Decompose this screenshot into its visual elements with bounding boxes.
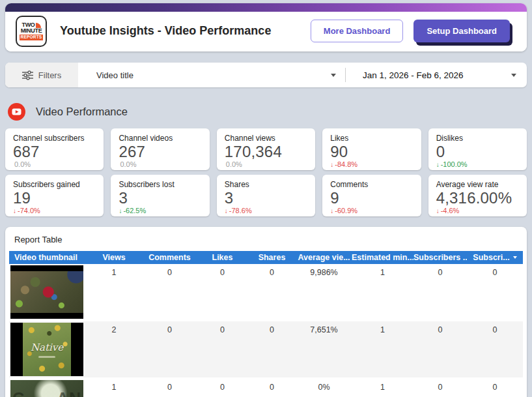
metric-delta: 0.0% <box>119 160 201 168</box>
metric-value: 687 <box>13 143 96 160</box>
metric-delta: ↓ -4.6% <box>436 207 519 214</box>
thumbnail-subtitle-line <box>38 356 55 358</box>
down-arrow-icon: ↓ <box>13 207 16 214</box>
video-thumbnail[interactable] <box>10 265 83 319</box>
video-thumbnail[interactable]: G AN <box>10 380 83 397</box>
metric-cards-row-1: Channel subscribers 687 0.0% Channel vid… <box>5 128 527 170</box>
app: TWO MINUTE REPORTS Youtube Insights - Vi… <box>0 0 532 397</box>
likes-cell: 0 <box>197 321 247 377</box>
metric-delta-value: -78.6% <box>229 207 252 214</box>
sort-caret-icon[interactable] <box>513 256 517 259</box>
youtube-icon <box>8 103 25 121</box>
video-thumbnail[interactable]: Native <box>10 323 83 376</box>
video-thumbnail-cell[interactable]: Native <box>9 321 86 377</box>
subscribers-lost-cell: 0 <box>467 321 523 377</box>
likes-cell: 0 <box>197 264 247 320</box>
video-thumbnail-cell[interactable] <box>9 264 86 320</box>
likes-cell: 0 <box>197 379 247 397</box>
metric-label: Comments <box>330 180 413 189</box>
metric-card-subscribers-lost: Subscribers lost 3 ↓ -62.5% <box>111 175 209 216</box>
metric-card-channel-subscribers: Channel subscribers 687 0.0% <box>5 128 104 170</box>
report-table-card: Report Table Video thumbnail Views Comme… <box>5 227 527 397</box>
table-row[interactable]: Native 2 0 0 0 7,651% 1 0 0 <box>9 321 523 379</box>
metric-label: Dislikes <box>436 134 519 143</box>
metric-value: 3 <box>225 190 307 207</box>
metric-card-dislikes: Dislikes 0 ↓ -100.0% <box>428 128 527 170</box>
average-view-cell: 9,986% <box>296 264 352 320</box>
dashboard-header: TWO MINUTE REPORTS Youtube Insights - Vi… <box>5 3 527 51</box>
thumbnail-letter-right: AN <box>57 389 81 397</box>
down-arrow-icon: ↓ <box>330 207 333 214</box>
sliders-icon <box>22 70 33 80</box>
two-minute-reports-logo: TWO MINUTE REPORTS <box>16 16 47 47</box>
metric-delta-value: 0.0% <box>226 160 242 168</box>
header-buttons: More Dashboard Setup Dashboard <box>311 20 516 42</box>
column-header-likes[interactable]: Likes <box>197 251 247 264</box>
column-header-comments[interactable]: Comments <box>142 251 197 264</box>
views-cell: 1 <box>86 379 142 397</box>
report-table-title: Report Table <box>14 235 523 244</box>
column-header-subscribers-gained[interactable]: Subscribers ... <box>413 251 467 264</box>
metric-delta: 0.0% <box>13 160 96 168</box>
subscribers-gained-cell: 0 <box>413 264 467 320</box>
metric-delta: ↓ -74.0% <box>13 207 96 214</box>
metric-delta-value: -84.8% <box>335 160 357 168</box>
metric-value: 19 <box>13 190 96 207</box>
metric-delta-value: 0.0% <box>14 160 31 168</box>
metric-label: Likes <box>330 134 413 143</box>
filters-toggle[interactable]: Filters <box>5 63 78 87</box>
comments-cell: 0 <box>142 321 197 377</box>
metric-card-channel-views: Channel views 170,364 0.0% <box>217 128 315 170</box>
subscribers-gained-cell: 0 <box>413 321 467 377</box>
shares-cell: 0 <box>247 379 296 397</box>
column-header-shares[interactable]: Shares <box>247 251 296 264</box>
metric-delta-value: -62.5% <box>123 207 146 214</box>
logo-text-reports: REPORTS <box>20 35 44 40</box>
metric-value: 4,316.00% <box>436 190 519 207</box>
estimated-minutes-cell: 1 <box>352 321 413 377</box>
gradient-accent-bar <box>5 3 527 12</box>
metric-delta: ↓ -60.9% <box>330 207 413 214</box>
column-header-video-thumbnail[interactable]: Video thumbnail <box>9 251 86 264</box>
metric-card-likes: Likes 90 ↓ -84.8% <box>322 128 421 170</box>
metric-value: 267 <box>119 143 201 160</box>
setup-dashboard-button[interactable]: Setup Dashboard <box>413 20 510 42</box>
column-header-average-view[interactable]: Average vie... <box>296 251 352 264</box>
page-title: Youtube Insights - Video Performance <box>60 23 271 38</box>
video-thumbnail-cell[interactable]: G AN <box>9 379 86 397</box>
metric-label: Channel videos <box>119 134 201 143</box>
estimated-minutes-cell: 1 <box>352 379 413 397</box>
section-title: Video Performance <box>36 106 128 118</box>
metric-label: Channel subscribers <box>13 134 96 143</box>
metric-cards-row-2: Subscribers gained 19 ↓ -74.0% Subscribe… <box>5 175 527 216</box>
table-row[interactable]: 1 0 0 0 9,986% 1 0 0 <box>9 264 523 321</box>
video-title-dropdown[interactable]: Video title <box>78 63 345 87</box>
column-header-views[interactable]: Views <box>86 251 142 264</box>
chevron-down-icon <box>331 74 336 77</box>
metric-label: Subscribers gained <box>13 180 96 189</box>
comments-cell: 0 <box>142 264 197 320</box>
metric-delta-value: -60.9% <box>335 207 357 214</box>
down-arrow-icon: ↓ <box>330 161 333 168</box>
column-header-estimated-minutes[interactable]: Estimated min... <box>352 251 413 264</box>
date-range-value: Jan 1, 2026 - Feb 6, 2026 <box>363 70 464 80</box>
metric-delta: 0.0% <box>225 160 307 168</box>
metric-card-shares: Shares 3 ↓ -78.6% <box>217 175 315 216</box>
date-range-dropdown[interactable]: Jan 1, 2026 - Feb 6, 2026 <box>346 63 527 87</box>
subscribers-lost-cell: 0 <box>467 264 523 320</box>
average-view-cell: 0% <box>296 379 352 397</box>
views-cell: 2 <box>86 321 142 377</box>
metric-delta: ↓ -62.5% <box>119 207 201 214</box>
metric-delta: ↓ -100.0% <box>436 160 519 168</box>
metric-value: 0 <box>436 143 519 160</box>
more-dashboard-button[interactable]: More Dashboard <box>311 20 404 42</box>
shares-cell: 0 <box>247 321 296 377</box>
table-row[interactable]: G AN 1 0 0 0 0% 1 0 0 <box>9 379 523 397</box>
down-arrow-icon: ↓ <box>436 161 440 168</box>
metric-delta-value: -74.0% <box>18 207 40 214</box>
column-header-subscribers-lost[interactable]: Subscri... <box>467 251 523 264</box>
metric-delta: ↓ -84.8% <box>330 160 413 168</box>
estimated-minutes-cell: 1 <box>352 264 413 320</box>
metric-delta-value: -4.6% <box>441 207 460 214</box>
logo-text-minute: MINUTE <box>21 28 42 34</box>
